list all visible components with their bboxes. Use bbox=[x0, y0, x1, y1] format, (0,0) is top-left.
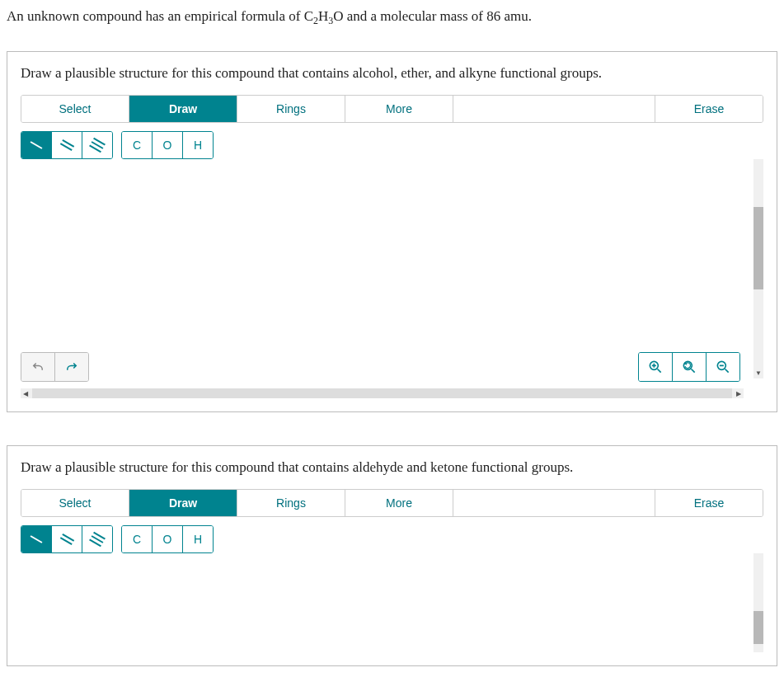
undo-icon bbox=[31, 360, 45, 374]
svg-line-7 bbox=[725, 369, 729, 373]
zoom-in-button[interactable] bbox=[639, 353, 673, 381]
scroll-down-arrow-icon[interactable]: ▼ bbox=[753, 367, 763, 378]
sub-toolbar-1: C O H bbox=[21, 131, 763, 159]
toolbar-spacer bbox=[453, 96, 655, 122]
double-bond-icon bbox=[59, 139, 73, 151]
undo-button[interactable] bbox=[21, 353, 55, 381]
erase-tab[interactable]: Erase bbox=[655, 96, 763, 122]
rings-tab[interactable]: Rings bbox=[237, 490, 345, 516]
draw-tab[interactable]: Draw bbox=[129, 490, 237, 516]
sub-toolbar-2: C O H bbox=[21, 525, 763, 553]
double-bond-icon bbox=[59, 534, 73, 545]
question-text: An unknown compound has an empirical for… bbox=[7, 7, 777, 28]
oxygen-button[interactable]: O bbox=[153, 526, 183, 552]
double-bond-button[interactable] bbox=[52, 526, 82, 552]
drawing-panel-2: Draw a plausible structure for this comp… bbox=[7, 445, 777, 666]
triple-bond-icon bbox=[89, 532, 106, 547]
scroll-right-arrow-icon[interactable]: ▶ bbox=[734, 388, 744, 398]
main-toolbar-2: Select Draw Rings More Erase bbox=[21, 489, 763, 517]
carbon-button[interactable]: C bbox=[122, 132, 153, 158]
atom-group: C O H bbox=[121, 131, 214, 159]
horizontal-scrollbar[interactable]: ◀ ▶ bbox=[21, 388, 744, 398]
oxygen-button[interactable]: O bbox=[153, 132, 183, 158]
carbon-button[interactable]: C bbox=[122, 526, 153, 552]
vscroll-thumb[interactable] bbox=[753, 611, 763, 644]
select-tab[interactable]: Select bbox=[21, 96, 129, 122]
single-bond-button[interactable] bbox=[21, 132, 52, 158]
single-bond-icon bbox=[31, 141, 43, 149]
drawing-canvas-1[interactable]: ◀ ▶ bbox=[21, 167, 753, 398]
hscroll-track[interactable] bbox=[32, 388, 732, 398]
vertical-scrollbar[interactable]: ▼ bbox=[753, 159, 763, 378]
prompt-1: Draw a plausible structure for this comp… bbox=[21, 65, 763, 82]
scroll-left-arrow-icon[interactable]: ◀ bbox=[21, 388, 31, 398]
q-mid2: O and a molecular mass of 86 amu. bbox=[333, 8, 532, 24]
single-bond-icon bbox=[31, 535, 43, 543]
bond-group bbox=[21, 131, 113, 159]
triple-bond-icon bbox=[89, 138, 106, 153]
undo-redo-group bbox=[21, 352, 89, 382]
triple-bond-button[interactable] bbox=[82, 526, 112, 552]
drawing-canvas-2[interactable] bbox=[21, 562, 753, 652]
hydrogen-button[interactable]: H bbox=[183, 526, 213, 552]
select-tab[interactable]: Select bbox=[21, 490, 129, 516]
more-tab[interactable]: More bbox=[345, 96, 453, 122]
svg-line-5 bbox=[692, 369, 695, 373]
rings-tab[interactable]: Rings bbox=[237, 96, 345, 122]
vertical-scrollbar[interactable] bbox=[753, 553, 763, 652]
zoom-group bbox=[638, 352, 740, 382]
hydrogen-button[interactable]: H bbox=[183, 132, 213, 158]
main-toolbar-1: Select Draw Rings More Erase bbox=[21, 95, 763, 123]
q-pre: An unknown compound has an empirical for… bbox=[7, 8, 313, 24]
toolbar-spacer bbox=[453, 490, 655, 516]
svg-line-1 bbox=[658, 369, 661, 373]
double-bond-button[interactable] bbox=[52, 132, 82, 158]
zoom-in-icon bbox=[647, 359, 664, 375]
q-mid1: H bbox=[318, 8, 328, 24]
erase-tab[interactable]: Erase bbox=[655, 490, 763, 516]
single-bond-button[interactable] bbox=[21, 526, 52, 552]
redo-icon bbox=[64, 360, 79, 374]
redo-button[interactable] bbox=[55, 353, 88, 381]
triple-bond-button[interactable] bbox=[82, 132, 112, 158]
zoom-reset-icon bbox=[681, 359, 697, 375]
vscroll-thumb[interactable] bbox=[753, 207, 763, 289]
drawing-panel-1: Draw a plausible structure for this comp… bbox=[7, 51, 777, 412]
more-tab[interactable]: More bbox=[345, 490, 453, 516]
prompt-2: Draw a plausible structure for this comp… bbox=[21, 459, 763, 476]
zoom-out-button[interactable] bbox=[707, 353, 739, 381]
draw-tab[interactable]: Draw bbox=[129, 96, 237, 122]
bond-group bbox=[21, 525, 113, 553]
zoom-reset-button[interactable] bbox=[673, 353, 707, 381]
zoom-out-icon bbox=[715, 359, 731, 375]
atom-group: C O H bbox=[121, 525, 214, 553]
